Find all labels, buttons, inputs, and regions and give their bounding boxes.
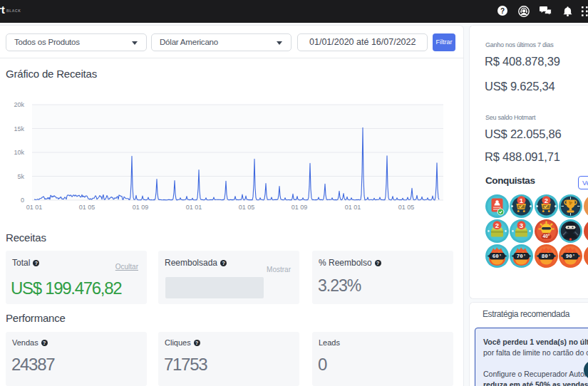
svg-text:01 09: 01 09 — [133, 204, 149, 211]
svg-text:90': 90' — [566, 254, 576, 259]
svg-text:60': 60' — [492, 254, 502, 259]
svg-text:01 09: 01 09 — [292, 204, 308, 211]
svg-text:0: 0 — [21, 197, 24, 204]
svg-text:10k: 10k — [14, 149, 24, 156]
svg-text:01 01: 01 01 — [186, 204, 202, 211]
svg-text:01 01: 01 01 — [345, 204, 361, 211]
svg-text:5k: 5k — [17, 173, 24, 180]
svg-text:40°: 40° — [542, 234, 550, 239]
svg-text:15k: 15k — [14, 125, 24, 132]
svg-text:70': 70' — [517, 254, 527, 259]
svg-text:01 05: 01 05 — [239, 204, 255, 211]
svg-text:01 05: 01 05 — [398, 204, 415, 211]
svg-text:?: ? — [500, 7, 505, 15]
svg-text:2: 2 — [544, 196, 547, 204]
svg-text:20k: 20k — [14, 101, 24, 108]
svg-text:01 01: 01 01 — [26, 204, 43, 211]
svg-text:3: 3 — [520, 221, 523, 229]
svg-text:1: 1 — [520, 196, 524, 204]
svg-text:01 05: 01 05 — [79, 204, 96, 211]
svg-text:80': 80' — [541, 254, 551, 259]
svg-text:2: 2 — [495, 221, 498, 229]
